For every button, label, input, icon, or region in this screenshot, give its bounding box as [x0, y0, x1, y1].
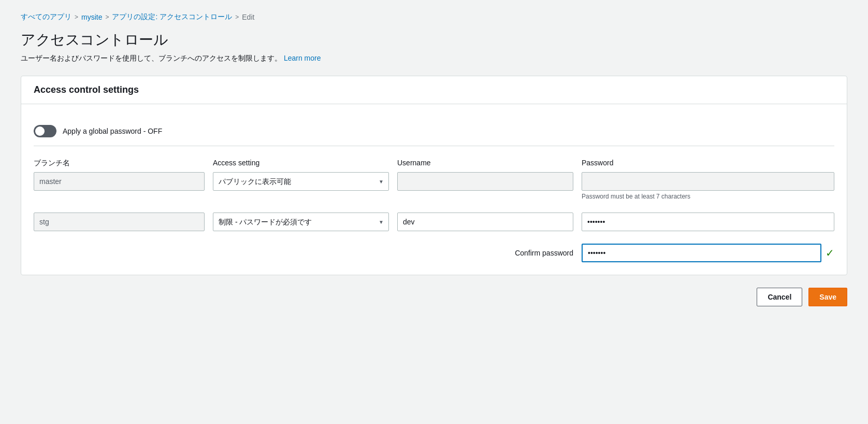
password-cell-master: Password must be at least 7 characters	[582, 172, 834, 200]
breadcrumb-edit: Edit	[242, 13, 254, 21]
access-select-stg[interactable]: パブリックに表示可能 制限 - パスワードが必須です	[213, 213, 389, 231]
page-title: アクセスコントロール	[21, 30, 847, 50]
password-input-stg[interactable]	[582, 213, 834, 231]
footer-actions: Cancel Save	[21, 288, 847, 306]
access-select-master[interactable]: パブリックに表示可能 制限 - パスワードが必須です	[213, 172, 389, 191]
username-input-master	[397, 172, 573, 191]
cancel-button[interactable]: Cancel	[757, 288, 802, 306]
branch-input-stg	[34, 213, 205, 231]
col-header-access: Access setting	[213, 159, 389, 168]
password-hint-master: Password must be at least 7 characters	[582, 193, 834, 200]
confirm-password-input[interactable]	[582, 244, 821, 262]
password-input-master	[582, 172, 834, 191]
username-cell-master	[397, 172, 573, 191]
confirm-password-row: Confirm password ✓	[34, 244, 834, 262]
global-password-toggle[interactable]	[34, 125, 56, 137]
check-circle-icon: ✓	[826, 247, 834, 259]
card-body: Apply a global password - OFF ブランチ名 Acce…	[21, 104, 847, 275]
page-description: ユーザー名およびパスワードを使用して、ブランチへのアクセスを制限します。 Lea…	[21, 54, 847, 63]
card-title: Access control settings	[34, 84, 139, 95]
breadcrumb-sep-3: >	[235, 13, 239, 21]
branch-input-master	[34, 172, 205, 191]
access-select-wrapper-master[interactable]: パブリックに表示可能 制限 - パスワードが必須です ▼	[213, 172, 389, 191]
toggle-thumb	[35, 126, 45, 136]
branch-name-master	[34, 172, 205, 191]
confirm-password-label: Confirm password	[397, 249, 573, 257]
global-password-toggle-row: Apply a global password - OFF	[34, 117, 834, 146]
toggle-track	[34, 125, 56, 137]
table-row: パブリックに表示可能 制限 - パスワードが必須です ▼	[34, 213, 834, 231]
breadcrumb-sep-1: >	[75, 13, 78, 21]
access-select-wrapper-stg[interactable]: パブリックに表示可能 制限 - パスワードが必須です ▼	[213, 213, 389, 231]
branch-name-stg	[34, 213, 205, 231]
table-header-row: ブランチ名 Access setting Username Password	[34, 159, 834, 168]
password-cell-stg[interactable]	[582, 213, 834, 231]
learn-more-link[interactable]: Learn more	[284, 54, 321, 62]
card-header: Access control settings	[21, 76, 847, 104]
col-header-password: Password	[582, 159, 834, 168]
branch-table: ブランチ名 Access setting Username Password パ…	[34, 159, 834, 262]
breadcrumb-all-apps[interactable]: すべてのアプリ	[21, 12, 71, 22]
breadcrumb-mysite[interactable]: mysite	[81, 13, 102, 21]
col-header-branch: ブランチ名	[34, 159, 205, 168]
username-input-stg[interactable]	[397, 213, 573, 231]
breadcrumb: すべてのアプリ > mysite > アプリの設定: アクセスコントロール > …	[21, 12, 847, 22]
breadcrumb-app-settings[interactable]: アプリの設定: アクセスコントロール	[112, 12, 232, 22]
toggle-label: Apply a global password - OFF	[63, 127, 162, 135]
col-header-username: Username	[397, 159, 573, 168]
table-row: パブリックに表示可能 制限 - パスワードが必須です ▼ Password mu…	[34, 172, 834, 200]
access-control-card: Access control settings Apply a global p…	[21, 76, 847, 275]
username-cell-stg[interactable]	[397, 213, 573, 231]
breadcrumb-sep-2: >	[105, 13, 109, 21]
confirm-input-wrapper[interactable]: ✓	[582, 244, 834, 262]
save-button[interactable]: Save	[808, 288, 847, 306]
